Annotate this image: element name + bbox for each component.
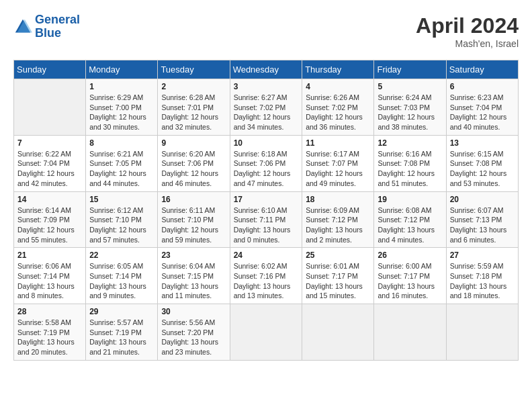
day-number: 11: [306, 138, 370, 148]
calendar-cell: 16Sunrise: 6:11 AM Sunset: 7:10 PM Dayli…: [158, 191, 230, 248]
calendar-week-row: 28Sunrise: 5:58 AM Sunset: 7:19 PM Dayli…: [14, 304, 519, 361]
calendar-week-row: 21Sunrise: 6:06 AM Sunset: 7:14 PM Dayli…: [14, 248, 519, 304]
calendar-cell: 29Sunrise: 5:57 AM Sunset: 7:19 PM Dayli…: [86, 304, 158, 361]
calendar-cell: 9Sunrise: 6:20 AM Sunset: 7:06 PM Daylig…: [158, 135, 230, 191]
calendar-cell: 10Sunrise: 6:18 AM Sunset: 7:06 PM Dayli…: [230, 135, 302, 191]
day-number: 23: [161, 250, 226, 260]
day-info: Sunrise: 5:57 AM Sunset: 7:19 PM Dayligh…: [89, 318, 154, 357]
day-number: 21: [17, 250, 82, 260]
calendar-cell: 18Sunrise: 6:09 AM Sunset: 7:12 PM Dayli…: [302, 191, 374, 248]
calendar-cell: [230, 304, 302, 361]
calendar-cell: 1Sunrise: 6:29 AM Sunset: 7:00 PM Daylig…: [86, 79, 158, 136]
calendar-cell: 24Sunrise: 6:02 AM Sunset: 7:16 PM Dayli…: [230, 248, 302, 304]
day-number: 20: [450, 195, 515, 204]
calendar-cell: 23Sunrise: 6:04 AM Sunset: 7:15 PM Dayli…: [158, 248, 230, 304]
day-number: 29: [89, 307, 154, 316]
calendar-cell: [14, 79, 86, 136]
calendar-cell: 20Sunrise: 6:07 AM Sunset: 7:13 PM Dayli…: [446, 191, 518, 248]
calendar-cell: 14Sunrise: 6:14 AM Sunset: 7:09 PM Dayli…: [14, 191, 86, 248]
day-info: Sunrise: 5:59 AM Sunset: 7:18 PM Dayligh…: [450, 261, 515, 301]
day-info: Sunrise: 6:18 AM Sunset: 7:06 PM Dayligh…: [234, 149, 299, 189]
day-info: Sunrise: 6:02 AM Sunset: 7:16 PM Dayligh…: [234, 261, 299, 301]
calendar-cell: 17Sunrise: 6:10 AM Sunset: 7:11 PM Dayli…: [230, 191, 302, 248]
day-number: 16: [161, 195, 226, 204]
day-number: 19: [378, 195, 442, 204]
day-number: 14: [17, 195, 82, 204]
day-info: Sunrise: 6:10 AM Sunset: 7:11 PM Dayligh…: [234, 205, 299, 245]
day-number: 12: [378, 138, 442, 148]
location: Mash'en, Israel: [416, 38, 519, 49]
logo: General Blue: [13, 13, 80, 40]
logo-text: General Blue: [35, 13, 80, 40]
day-number: 28: [17, 307, 82, 316]
day-number: 27: [450, 250, 515, 260]
day-number: 2: [161, 82, 226, 91]
weekday-header: Monday: [86, 60, 158, 79]
day-info: Sunrise: 6:28 AM Sunset: 7:01 PM Dayligh…: [161, 93, 226, 132]
weekday-header: Wednesday: [230, 60, 302, 79]
day-number: 25: [306, 250, 370, 260]
calendar-cell: [446, 304, 518, 361]
day-number: 30: [161, 307, 226, 316]
day-number: 22: [89, 250, 154, 260]
calendar-cell: 2Sunrise: 6:28 AM Sunset: 7:01 PM Daylig…: [158, 79, 230, 136]
calendar-cell: 27Sunrise: 5:59 AM Sunset: 7:18 PM Dayli…: [446, 248, 518, 304]
day-info: Sunrise: 6:07 AM Sunset: 7:13 PM Dayligh…: [450, 205, 515, 245]
day-number: 15: [89, 195, 154, 204]
calendar-cell: 22Sunrise: 6:05 AM Sunset: 7:14 PM Dayli…: [86, 248, 158, 304]
calendar-cell: 7Sunrise: 6:22 AM Sunset: 7:04 PM Daylig…: [14, 135, 86, 191]
day-info: Sunrise: 6:05 AM Sunset: 7:14 PM Dayligh…: [89, 261, 154, 301]
day-info: Sunrise: 6:23 AM Sunset: 7:04 PM Dayligh…: [450, 93, 515, 132]
day-info: Sunrise: 6:29 AM Sunset: 7:00 PM Dayligh…: [89, 93, 154, 132]
calendar-cell: 12Sunrise: 6:16 AM Sunset: 7:08 PM Dayli…: [374, 135, 446, 191]
calendar-cell: 26Sunrise: 6:00 AM Sunset: 7:17 PM Dayli…: [374, 248, 446, 304]
calendar-week-row: 14Sunrise: 6:14 AM Sunset: 7:09 PM Dayli…: [14, 191, 519, 248]
calendar-cell: 28Sunrise: 5:58 AM Sunset: 7:19 PM Dayli…: [14, 304, 86, 361]
page-header: General Blue April 2024 Mash'en, Israel: [13, 13, 519, 49]
day-number: 8: [89, 138, 154, 148]
day-info: Sunrise: 6:14 AM Sunset: 7:09 PM Dayligh…: [17, 205, 82, 245]
day-info: Sunrise: 6:26 AM Sunset: 7:02 PM Dayligh…: [306, 93, 370, 132]
day-info: Sunrise: 6:00 AM Sunset: 7:17 PM Dayligh…: [378, 261, 442, 301]
day-number: 26: [378, 250, 442, 260]
day-number: 4: [306, 82, 370, 91]
day-info: Sunrise: 6:04 AM Sunset: 7:15 PM Dayligh…: [161, 261, 226, 301]
day-info: Sunrise: 6:17 AM Sunset: 7:07 PM Dayligh…: [306, 149, 370, 189]
day-info: Sunrise: 6:09 AM Sunset: 7:12 PM Dayligh…: [306, 205, 370, 245]
calendar-cell: 30Sunrise: 5:56 AM Sunset: 7:20 PM Dayli…: [158, 304, 230, 361]
day-info: Sunrise: 6:24 AM Sunset: 7:03 PM Dayligh…: [378, 93, 442, 132]
day-info: Sunrise: 6:08 AM Sunset: 7:12 PM Dayligh…: [378, 205, 442, 245]
day-number: 10: [234, 138, 299, 148]
weekday-header: Thursday: [302, 60, 374, 79]
day-info: Sunrise: 6:20 AM Sunset: 7:06 PM Dayligh…: [161, 149, 226, 189]
logo-icon: [13, 17, 32, 36]
weekday-header-row: SundayMondayTuesdayWednesdayThursdayFrid…: [14, 60, 519, 79]
day-info: Sunrise: 6:21 AM Sunset: 7:05 PM Dayligh…: [89, 149, 154, 189]
day-info: Sunrise: 6:06 AM Sunset: 7:14 PM Dayligh…: [17, 261, 82, 301]
day-number: 1: [89, 82, 154, 91]
day-info: Sunrise: 6:22 AM Sunset: 7:04 PM Dayligh…: [17, 149, 82, 189]
month-title: April 2024: [416, 13, 519, 38]
day-info: Sunrise: 5:56 AM Sunset: 7:20 PM Dayligh…: [161, 318, 226, 357]
calendar-cell: 15Sunrise: 6:12 AM Sunset: 7:10 PM Dayli…: [86, 191, 158, 248]
day-number: 17: [234, 195, 299, 204]
weekday-header: Sunday: [14, 60, 86, 79]
calendar-cell: 25Sunrise: 6:01 AM Sunset: 7:17 PM Dayli…: [302, 248, 374, 304]
calendar-cell: 3Sunrise: 6:27 AM Sunset: 7:02 PM Daylig…: [230, 79, 302, 136]
day-number: 3: [234, 82, 299, 91]
calendar-cell: 5Sunrise: 6:24 AM Sunset: 7:03 PM Daylig…: [374, 79, 446, 136]
day-number: 6: [450, 82, 515, 91]
day-info: Sunrise: 6:16 AM Sunset: 7:08 PM Dayligh…: [378, 149, 442, 189]
day-info: Sunrise: 5:58 AM Sunset: 7:19 PM Dayligh…: [17, 318, 82, 357]
calendar-cell: 4Sunrise: 6:26 AM Sunset: 7:02 PM Daylig…: [302, 79, 374, 136]
day-info: Sunrise: 6:11 AM Sunset: 7:10 PM Dayligh…: [161, 205, 226, 245]
calendar-week-row: 7Sunrise: 6:22 AM Sunset: 7:04 PM Daylig…: [14, 135, 519, 191]
calendar-cell: 19Sunrise: 6:08 AM Sunset: 7:12 PM Dayli…: [374, 191, 446, 248]
day-info: Sunrise: 6:27 AM Sunset: 7:02 PM Dayligh…: [234, 93, 299, 132]
calendar-cell: 6Sunrise: 6:23 AM Sunset: 7:04 PM Daylig…: [446, 79, 518, 136]
calendar-cell: 8Sunrise: 6:21 AM Sunset: 7:05 PM Daylig…: [86, 135, 158, 191]
calendar-cell: 13Sunrise: 6:15 AM Sunset: 7:08 PM Dayli…: [446, 135, 518, 191]
calendar-week-row: 1Sunrise: 6:29 AM Sunset: 7:00 PM Daylig…: [14, 79, 519, 136]
day-number: 13: [450, 138, 515, 148]
title-block: April 2024 Mash'en, Israel: [416, 13, 519, 49]
